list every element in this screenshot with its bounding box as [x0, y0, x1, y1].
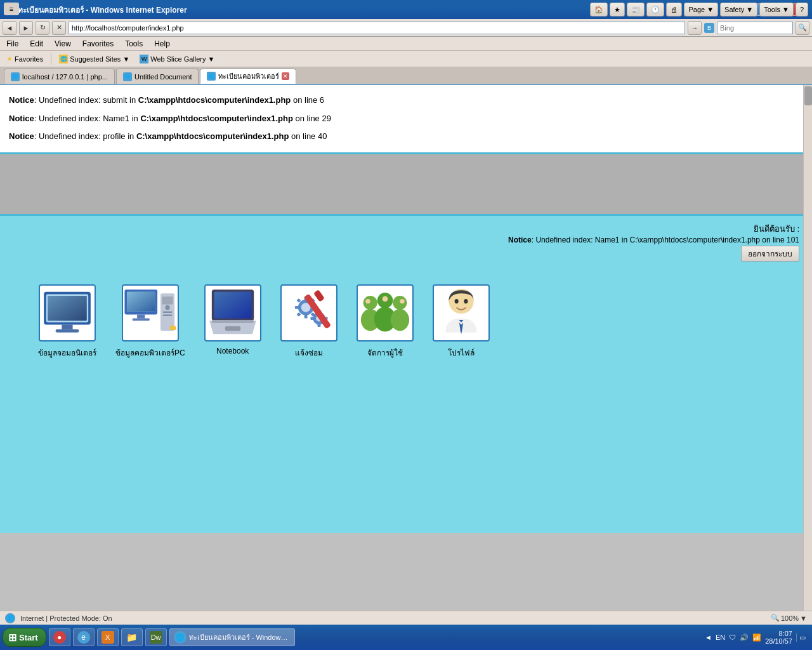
icon-label-pc: ข้อมูลคอมพิวเตอร์PC: [115, 347, 185, 359]
icon-item-pc[interactable]: ข้อมูลคอมพิวเตอร์PC: [115, 284, 185, 359]
svg-rect-3: [62, 324, 72, 329]
start-button[interactable]: ⊞ Start: [3, 628, 46, 647]
forward-button[interactable]: ►: [19, 21, 33, 35]
zoom-icon: 🔍: [771, 614, 780, 622]
search-input[interactable]: [717, 22, 793, 34]
welcome-notice: Notice: Undefined index: Name1 in C:\xam…: [508, 235, 799, 244]
page-button[interactable]: Page ▼: [684, 3, 718, 17]
icon-item-users[interactable]: จัดการผู้ใช้: [357, 284, 414, 359]
windows-logo-icon: ⊞: [8, 632, 16, 644]
tab-localhost[interactable]: 🌐 localhost / 127.0.0.1 | php...: [4, 69, 115, 84]
fav-separator-1: [51, 53, 51, 65]
favorites-bar: ★ Favorites 🌐 Suggested Sites ▼ W Web Sl…: [0, 51, 812, 67]
web-slice-icon: W: [140, 55, 148, 63]
tools-menu-button[interactable]: Tools ▼: [759, 3, 794, 17]
explorer-icon: 📁: [126, 631, 138, 644]
icon-item-repair[interactable]: แจ้งซ่อม: [280, 284, 337, 359]
header-section: [0, 152, 812, 216]
home-button[interactable]: 🏠: [590, 3, 608, 17]
taskbar-active-window[interactable]: 🌐 ทะเบียนคอมพิวเตอร์ - Windows Internet …: [169, 628, 295, 646]
menu-view[interactable]: View: [52, 38, 74, 50]
history-button[interactable]: 🕐: [646, 3, 664, 17]
repair-icon: [282, 286, 336, 340]
users-icon: [358, 286, 412, 340]
taskbar-tray: ◄ EN 🛡 🔊 📶 8:07 28/10/57 ▭: [705, 630, 809, 645]
zoom-arrow-icon: ▼: [800, 614, 807, 622]
volume-icon[interactable]: 🔊: [740, 633, 749, 642]
svg-rect-20: [212, 320, 254, 323]
notice-3: Notice: Undefined index: profile in C:\x…: [9, 128, 803, 146]
bing-icon: B: [704, 23, 714, 33]
svg-rect-36: [310, 317, 314, 320]
menu-file[interactable]: File: [4, 38, 21, 50]
favorites-button[interactable]: ★ Favorites: [4, 53, 46, 64]
print-button[interactable]: 🖨: [666, 3, 682, 17]
icon-item-profile[interactable]: โปรไฟล์: [433, 284, 490, 359]
taskbar-ie[interactable]: e: [73, 628, 95, 646]
search-button[interactable]: 🔍: [796, 21, 809, 35]
star-icon: ★: [6, 55, 13, 63]
taskbar-chrome[interactable]: ●: [49, 628, 70, 646]
scrollbar[interactable]: [803, 85, 812, 625]
show-desktop-icon[interactable]: ▭: [796, 633, 806, 642]
zoom-control[interactable]: 🔍 100% ▼: [771, 614, 807, 622]
favorites-panel-button[interactable]: ★: [610, 3, 625, 17]
svg-rect-25: [304, 314, 307, 318]
tab-close-button[interactable]: ✕: [282, 72, 289, 80]
zoom-level: 100%: [781, 614, 799, 622]
icon-item-notebook[interactable]: Notebook: [204, 284, 261, 359]
monitor-icon: [40, 286, 95, 340]
icon-label-notebook: Notebook: [216, 347, 249, 355]
svg-point-13: [165, 305, 169, 309]
svg-point-47: [382, 296, 388, 302]
scrollbar-thumb[interactable]: [804, 86, 812, 105]
refresh-button[interactable]: ↻: [36, 21, 49, 35]
icon-item-monitor[interactable]: ข้อมูลจอมอนิเตอร์: [38, 284, 96, 359]
svg-point-48: [400, 299, 404, 303]
suggested-sites[interactable]: 🌐 Suggested Sites ▼: [56, 53, 132, 65]
icon-box-users: [357, 284, 414, 342]
antivirus-icon: 🛡: [729, 633, 736, 641]
menu-favorites[interactable]: Favorites: [80, 38, 116, 50]
menu-tools[interactable]: Tools: [122, 38, 145, 50]
svg-point-40: [363, 296, 377, 310]
feeds-button[interactable]: 📰: [627, 3, 645, 17]
logout-button[interactable]: ออกจากระบบ: [741, 246, 799, 262]
svg-rect-4: [56, 329, 79, 333]
taskbar-dreamweaver[interactable]: Dw: [145, 628, 167, 646]
main-content: ยินดีต้อนรับ : Notice: Undefined index: …: [0, 216, 812, 533]
icon-box-profile: [433, 284, 490, 342]
network-icon: 📶: [752, 633, 761, 642]
tab-bar: ≡ 🌐 localhost / 127.0.0.1 | php... 🌐 Unt…: [0, 67, 812, 85]
svg-rect-8: [127, 292, 155, 312]
svg-rect-35: [317, 323, 320, 327]
notice-2: Notice: Undefined index: Name1 in C:\xam…: [9, 110, 803, 128]
stop-button[interactable]: ✕: [52, 21, 66, 35]
tab-list-button[interactable]: ≡: [4, 3, 19, 15]
taskbar-xampp[interactable]: X: [97, 628, 119, 646]
help-button[interactable]: ?: [796, 3, 808, 17]
status-right: 🔍 100% ▼: [771, 614, 807, 622]
web-slice-gallery[interactable]: W Web Slice Gallery ▼: [137, 53, 217, 65]
address-input[interactable]: [69, 22, 685, 34]
menu-help[interactable]: Help: [152, 38, 173, 50]
language-indicator: EN: [716, 633, 725, 641]
notice-1: Notice: Undefined index: submit in C:\xa…: [9, 91, 803, 110]
icon-label-repair: แจ้งซ่อม: [295, 347, 323, 359]
php-notices: Notice: Undefined index: submit in C:\xa…: [0, 85, 812, 152]
tab-untitled[interactable]: 🌐 Untitled Document: [116, 69, 199, 84]
taskbar-explorer[interactable]: 📁: [121, 628, 143, 646]
ie-taskbar-icon: e: [77, 631, 90, 644]
svg-rect-15: [162, 314, 172, 315]
window-title: ทะเบียนคอมพิวเตอร์ - Windows Internet Ex…: [18, 4, 187, 16]
icon-box-monitor: [39, 284, 96, 342]
go-button[interactable]: →: [688, 21, 702, 35]
tab-registry[interactable]: 🌐 ทะเบียนคอมพิวเตอร์ ✕: [200, 69, 296, 84]
svg-rect-19: [214, 292, 251, 319]
tab-toolbar: 🏠 ★ 📰 🕐 🖨 Page ▼ Safety ▼ Tools ▼ ?: [590, 3, 808, 17]
menu-edit[interactable]: Edit: [27, 38, 46, 50]
chrome-icon: ●: [53, 631, 66, 644]
safety-button[interactable]: Safety ▼: [720, 3, 757, 17]
back-button[interactable]: ◄: [3, 21, 16, 35]
svg-rect-39: [313, 289, 325, 302]
